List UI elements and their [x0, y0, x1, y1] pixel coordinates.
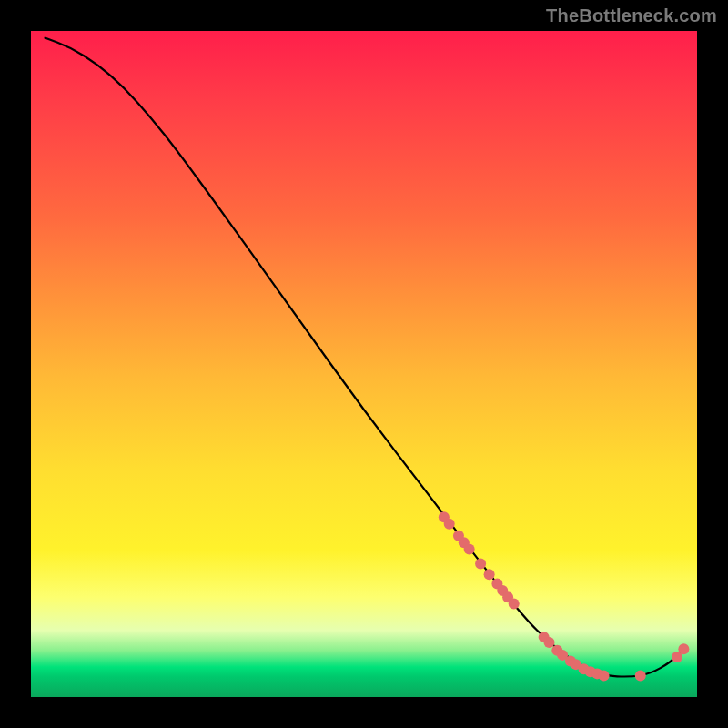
chart-container: TheBottleneck.com [0, 0, 728, 728]
data-marker [599, 671, 610, 682]
data-marker [544, 637, 555, 648]
chart-svg [31, 31, 697, 697]
data-marker [635, 671, 646, 682]
bottleneck-curve [45, 37, 684, 676]
plot-area [31, 31, 697, 697]
data-marker [509, 599, 520, 610]
data-marker [475, 559, 486, 570]
data-markers [439, 511, 690, 681]
data-marker [678, 643, 689, 654]
data-marker [484, 569, 495, 580]
data-marker [444, 519, 455, 530]
attribution-text: TheBottleneck.com [546, 5, 717, 26]
data-marker [464, 544, 475, 555]
